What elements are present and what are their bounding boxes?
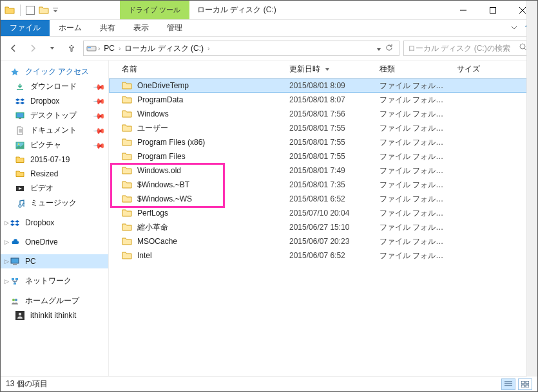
- folder-icon: [122, 123, 132, 133]
- navitem-video[interactable]: ビデオ: [1, 181, 108, 196]
- file-row[interactable]: PerfLogs2015/07/10 20:04ファイル フォルダー: [109, 206, 537, 220]
- file-row[interactable]: Program Files2015/08/01 7:55ファイル フォルダー: [109, 149, 537, 163]
- tab-file[interactable]: ファイル: [1, 20, 50, 36]
- navitem-pictures[interactable]: ピクチャ📌: [1, 138, 108, 153]
- breadcrumb-sep[interactable]: ›: [98, 45, 100, 52]
- svg-rect-22: [526, 385, 529, 387]
- window-title: ローカル ディスク (C:): [189, 1, 284, 19]
- navitem-documents[interactable]: ドキュメント📌: [1, 123, 108, 138]
- title-bar: ドライブ ツール ローカル ディスク (C:): [1, 1, 537, 20]
- ribbon-expand-icon[interactable]: [511, 24, 517, 33]
- file-type: ファイル フォルダー: [374, 123, 452, 134]
- view-large-icons-button[interactable]: [518, 378, 532, 390]
- column-name[interactable]: 名前: [117, 64, 284, 75]
- column-size[interactable]: サイズ: [452, 64, 503, 75]
- navitem-resized[interactable]: Resized: [1, 167, 108, 181]
- file-row[interactable]: $Windows.~BT2015/08/01 7:35ファイル フォルダー: [109, 178, 537, 192]
- navitem-quick-access[interactable]: クイック アクセス: [1, 64, 108, 79]
- search-input[interactable]: [408, 44, 519, 53]
- tab-view[interactable]: 表示: [124, 20, 158, 36]
- file-name: OneDriveTemp: [137, 81, 189, 90]
- folder-icon: [122, 194, 132, 204]
- file-row[interactable]: Program Files (x86)2015/08/01 7:55ファイル フ…: [109, 135, 537, 149]
- file-row[interactable]: OneDriveTemp2015/08/01 8:09ファイル フォルダー: [109, 79, 537, 93]
- tab-home[interactable]: ホーム: [50, 20, 91, 36]
- navitem-network[interactable]: ▷ネットワーク: [1, 274, 108, 288]
- svg-rect-14: [14, 283, 16, 285]
- expander-icon[interactable]: ▷: [5, 258, 9, 265]
- navitem-dropbox[interactable]: Dropbox📌: [1, 94, 108, 108]
- recent-dropdown[interactable]: [44, 41, 60, 56]
- file-row[interactable]: Windows2015/08/01 7:56ファイル フォルダー: [109, 107, 537, 121]
- file-row[interactable]: ProgramData2015/08/01 8:07ファイル フォルダー: [109, 93, 537, 107]
- download-icon: [15, 82, 25, 92]
- search-box[interactable]: [403, 41, 532, 56]
- file-type: ファイル フォルダー: [374, 137, 452, 148]
- navitem-homegroup[interactable]: ホームグループ: [1, 294, 108, 308]
- star-icon: [10, 67, 20, 77]
- minimize-button[interactable]: [448, 1, 478, 19]
- navitem-downloads[interactable]: ダウンロード📌: [1, 79, 108, 94]
- maximize-button[interactable]: [478, 1, 508, 19]
- folder-icon: [15, 154, 25, 165]
- tab-share[interactable]: 共有: [91, 20, 124, 36]
- sort-desc-icon: [325, 68, 329, 71]
- file-type: ファイル フォルダー: [374, 236, 452, 247]
- file-row[interactable]: 縮小革命2015/06/27 15:10ファイル フォルダー: [109, 220, 537, 234]
- navitem-user[interactable]: ithinkit ithinkit: [1, 308, 108, 322]
- breadcrumb-sep[interactable]: ›: [119, 45, 120, 52]
- up-button[interactable]: [64, 41, 79, 56]
- pin-icon: 📌: [93, 80, 106, 93]
- address-bar[interactable]: › PC › ローカル ディスク (C:) ›: [83, 41, 399, 56]
- file-row[interactable]: $Windows.~WS2015/08/01 6:52ファイル フォルダー: [109, 192, 537, 206]
- qat-newfolder-icon[interactable]: [39, 5, 49, 15]
- breadcrumb-sep[interactable]: ›: [207, 45, 209, 52]
- file-date: 2015/08/01 7:35: [284, 180, 374, 189]
- back-button[interactable]: [6, 41, 21, 56]
- svg-point-18: [19, 313, 21, 315]
- file-row[interactable]: Intel2015/06/07 6:52ファイル フォルダー: [109, 248, 537, 263]
- file-type: ファイル フォルダー: [374, 222, 452, 233]
- expander-icon[interactable]: ▷: [5, 278, 9, 285]
- navitem-desktop[interactable]: デスクトップ📌: [1, 108, 108, 123]
- svg-rect-1: [490, 7, 496, 13]
- navitem-onedrive[interactable]: ▷OneDrive: [1, 235, 108, 249]
- file-row[interactable]: Windows.old2015/08/01 7:49ファイル フォルダー: [109, 163, 537, 178]
- file-date: 2015/08/01 7:55: [284, 152, 374, 161]
- navitem-folder-date[interactable]: 2015-07-19: [1, 153, 108, 167]
- file-date: 2015/08/01 7:55: [284, 124, 374, 133]
- navitem-music[interactable]: ミュージック: [1, 196, 108, 210]
- folder-icon: [122, 109, 132, 119]
- address-dropdown-icon[interactable]: [377, 44, 381, 53]
- view-details-button[interactable]: [501, 378, 515, 390]
- tab-manage[interactable]: 管理: [158, 20, 191, 36]
- navitem-dropbox-root[interactable]: ▷Dropbox: [1, 216, 108, 230]
- column-type[interactable]: 種類: [374, 64, 452, 75]
- status-bar: 13 個の項目: [1, 376, 537, 391]
- breadcrumb-pc[interactable]: PC: [101, 42, 117, 54]
- navitem-pc[interactable]: ▷PC: [1, 254, 108, 268]
- refresh-icon[interactable]: [385, 43, 394, 54]
- breadcrumb-drive[interactable]: ローカル ディスク (C:): [122, 42, 206, 55]
- qat-properties-icon[interactable]: [26, 6, 35, 15]
- expander-icon[interactable]: ▷: [5, 219, 9, 226]
- file-type: ファイル フォルダー: [374, 208, 452, 219]
- file-list[interactable]: OneDriveTemp2015/08/01 8:09ファイル フォルダーPro…: [109, 79, 537, 376]
- column-date[interactable]: 更新日時: [284, 64, 374, 75]
- file-type: ファイル フォルダー: [374, 151, 452, 162]
- expander-icon[interactable]: ▷: [5, 239, 9, 245]
- svg-rect-19: [521, 381, 524, 384]
- app-folder-icon[interactable]: [5, 5, 15, 15]
- file-row[interactable]: MSOCache2015/06/07 20:23ファイル フォルダー: [109, 234, 537, 248]
- file-name: $Windows.~BT: [137, 180, 189, 189]
- qat-customize-dropdown[interactable]: [53, 6, 58, 14]
- pin-icon: 📌: [93, 138, 106, 152]
- ribbon-tabs: ファイル ホーム 共有 表示 管理 ?: [1, 20, 537, 37]
- file-row[interactable]: ユーザー2015/08/01 7:55ファイル フォルダー: [109, 121, 537, 135]
- file-name: Intel: [137, 251, 152, 260]
- column-headers: 名前 更新日時 種類 サイズ: [109, 61, 537, 79]
- homegroup-icon: [10, 296, 20, 306]
- body: クイック アクセス ダウンロード📌 Dropbox📌 デスクトップ📌 ドキュメン…: [1, 60, 537, 376]
- vertical-scrollbar[interactable]: [526, 1, 537, 377]
- forward-button[interactable]: [25, 41, 41, 56]
